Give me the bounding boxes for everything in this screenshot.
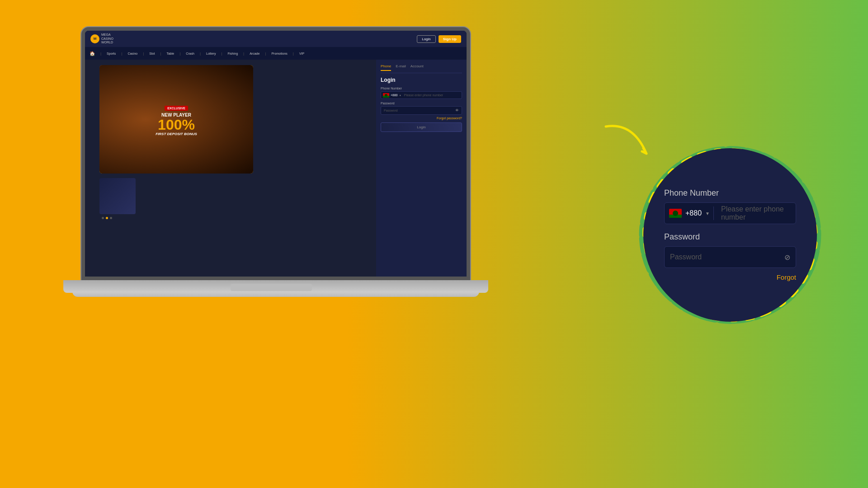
phone-input-row[interactable]: +880 ▼ Please enter phone number xyxy=(381,91,462,99)
dot-3[interactable] xyxy=(110,217,112,219)
dropdown-arrow-icon[interactable]: ▼ xyxy=(399,94,401,97)
zoomed-divider xyxy=(713,206,714,220)
nav-casino[interactable]: Casino xyxy=(126,52,139,55)
logo-text: MEGA CASINO WORLD xyxy=(101,33,113,44)
login-title: Login xyxy=(381,77,462,83)
phone-label: Phone Number xyxy=(381,87,462,90)
tab-email[interactable]: E-mail xyxy=(396,64,406,71)
zoomed-phone-placeholder-text: Please enter phone number xyxy=(717,205,796,221)
country-flag xyxy=(383,93,389,98)
login-panel: Phone E-mail Account Login Phone Number … xyxy=(376,60,467,277)
top-bar: M MEGA CASINO WORLD Login Sign Up xyxy=(85,31,467,47)
zoomed-phone-label: Phone Number xyxy=(664,188,796,198)
eye-icon[interactable]: 👁 xyxy=(455,108,459,113)
main-banner: EXCLUSIVE NEW PLAYER 100% FIRST DEPOSIT … xyxy=(99,65,253,174)
nav-slot[interactable]: Slot xyxy=(147,52,156,55)
signup-button[interactable]: Sign Up xyxy=(439,35,461,43)
dot-1[interactable] xyxy=(102,217,104,219)
zoomed-forgot-link[interactable]: Forgot xyxy=(777,273,796,281)
nav-lottery[interactable]: Lottery xyxy=(204,52,217,55)
tab-account[interactable]: Account xyxy=(410,64,424,71)
nav-home[interactable]: 🏠 xyxy=(88,51,97,56)
login-button[interactable]: Login xyxy=(417,35,436,43)
zoomed-password-label: Password xyxy=(664,232,796,242)
small-banner xyxy=(99,178,136,214)
nav-fishing[interactable]: Fishing xyxy=(226,52,240,55)
logo-icon: M xyxy=(90,34,99,43)
login-tabs: Phone E-mail Account xyxy=(381,64,462,73)
password-input-row[interactable]: Password 👁 xyxy=(381,106,462,115)
tab-phone[interactable]: Phone xyxy=(381,64,391,71)
laptop: M MEGA CASINO WORLD Login Sign Up 🏠 xyxy=(81,27,488,434)
zoom-overlay: Phone Number +880 ▼ Please enter phone n… xyxy=(635,140,825,330)
zoomed-eye-icon[interactable]: ⊘ xyxy=(784,253,790,262)
logo: M MEGA CASINO WORLD xyxy=(90,33,113,44)
zoomed-dropdown-arrow-icon[interactable]: ▼ xyxy=(705,211,710,216)
country-code: +880 xyxy=(389,94,399,97)
arrow-decoration xyxy=(597,117,660,181)
zoomed-phone-input-row[interactable]: +880 ▼ Please enter phone number xyxy=(664,202,796,224)
nav-table[interactable]: Table xyxy=(165,52,176,55)
zoomed-forgot-wrapper: Forgot xyxy=(664,273,796,282)
nav-menu: 🏠 | Sports | Casino | Slot | Table | Cra… xyxy=(85,47,467,60)
phone-placeholder-text: Please enter phone number xyxy=(403,92,462,99)
nav-vip[interactable]: VIP xyxy=(297,52,306,55)
laptop-screen: M MEGA CASINO WORLD Login Sign Up 🏠 xyxy=(85,31,467,277)
dot-2-active[interactable] xyxy=(106,217,108,219)
banner-text: EXCLUSIVE NEW PLAYER 100% FIRST DEPOSIT … xyxy=(156,103,197,136)
percent-text: 100% xyxy=(156,117,197,132)
password-label: Password xyxy=(381,102,462,105)
banner-area: EXCLUSIVE NEW PLAYER 100% FIRST DEPOSIT … xyxy=(85,60,376,277)
zoomed-form: Phone Number +880 ▼ Please enter phone n… xyxy=(653,178,807,292)
zoomed-password-placeholder-text: Password xyxy=(670,253,784,261)
deposit-text: FIRST DEPOSIT BONUS xyxy=(156,132,197,136)
zoomed-content-container: Phone Number +880 ▼ Please enter phone n… xyxy=(643,148,817,322)
nav-promotions[interactable]: Promotions xyxy=(269,52,289,55)
casino-site: M MEGA CASINO WORLD Login Sign Up 🏠 xyxy=(85,31,467,277)
exclusive-badge: EXCLUSIVE xyxy=(165,106,188,111)
laptop-trackpad xyxy=(231,284,312,291)
main-content: EXCLUSIVE NEW PLAYER 100% FIRST DEPOSIT … xyxy=(85,60,467,277)
zoomed-country-code: +880 xyxy=(682,209,705,217)
forgot-password-link[interactable]: Forgot password? xyxy=(381,117,462,120)
nav-sports[interactable]: Sports xyxy=(105,52,118,55)
login-submit-button[interactable]: Login xyxy=(381,122,462,132)
nav-arcade[interactable]: Arcade xyxy=(248,52,261,55)
top-bar-buttons: Login Sign Up xyxy=(417,35,461,43)
laptop-base-bottom xyxy=(72,291,479,297)
password-placeholder-text: Password xyxy=(384,109,455,112)
nav-crash[interactable]: Crash xyxy=(184,52,196,55)
zoomed-country-flag xyxy=(669,209,682,218)
banner-dots xyxy=(102,217,371,219)
laptop-screen-border: M MEGA CASINO WORLD Login Sign Up 🏠 xyxy=(81,27,470,280)
zoomed-password-input-row[interactable]: Password ⊘ xyxy=(664,246,796,268)
